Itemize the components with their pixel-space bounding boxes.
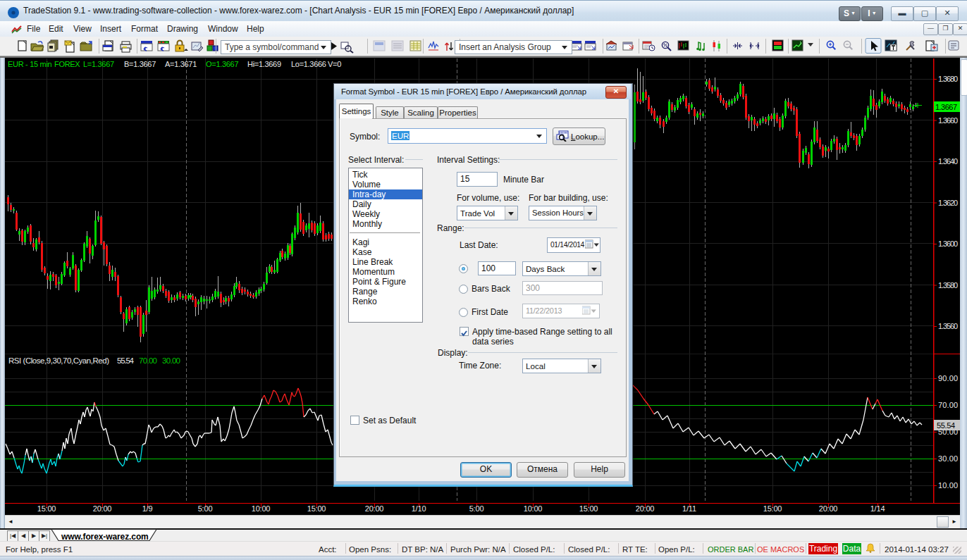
svg-text:RSI (Close,9,30,70,Cyan,Red): RSI (Close,9,30,70,Cyan,Red) [8, 356, 109, 365]
svg-text:1.3600: 1.3600 [938, 239, 958, 248]
svg-text:B=1.3667: B=1.3667 [124, 60, 156, 68]
svg-text:90.00: 90.00 [938, 374, 958, 382]
svg-text:Lo=1.3666: Lo=1.3666 [291, 60, 326, 68]
svg-text:10:00: 10:00 [524, 504, 543, 513]
svg-text:FOREX: FOREX [54, 60, 80, 68]
svg-text:5:00: 5:00 [469, 504, 484, 513]
svg-text:1.3667: 1.3667 [935, 103, 957, 111]
svg-text:70.00: 70.00 [139, 356, 157, 365]
svg-text:1.3620: 1.3620 [938, 199, 958, 207]
svg-text:1.3580: 1.3580 [938, 281, 958, 290]
svg-text:5:00: 5:00 [198, 504, 213, 513]
svg-text:1.3680: 1.3680 [938, 75, 958, 83]
svg-text:15:00: 15:00 [579, 504, 598, 513]
svg-text:1/9: 1/9 [142, 504, 153, 513]
svg-text:20:00: 20:00 [819, 504, 838, 513]
svg-text:20:00: 20:00 [636, 504, 655, 513]
svg-text:15:00: 15:00 [763, 504, 782, 513]
svg-text:EUR - 15 min: EUR - 15 min [8, 60, 52, 68]
svg-text:70.00: 70.00 [938, 401, 958, 409]
svg-text:20:00: 20:00 [365, 504, 384, 513]
svg-text:1.3660: 1.3660 [938, 116, 958, 125]
svg-text:1/10: 1/10 [412, 504, 426, 513]
svg-text:10.00: 10.00 [938, 481, 958, 490]
svg-text:A=1.3671: A=1.3671 [165, 60, 197, 68]
svg-text:30.00: 30.00 [938, 454, 958, 463]
svg-text:55.54: 55.54 [117, 356, 135, 365]
svg-text:V=0: V=0 [328, 60, 341, 68]
svg-text:Hi=1.3669: Hi=1.3669 [247, 60, 281, 68]
svg-text:O=1.3667: O=1.3667 [206, 60, 238, 68]
svg-text:30.00: 30.00 [162, 356, 180, 365]
svg-text:1.3640: 1.3640 [938, 157, 958, 166]
svg-text:1/11: 1/11 [682, 504, 696, 513]
svg-text:15:00: 15:00 [307, 504, 326, 513]
svg-text:15:00: 15:00 [37, 504, 56, 513]
svg-text:1/14: 1/14 [870, 504, 885, 513]
svg-text:L=1.3667: L=1.3667 [83, 60, 114, 68]
svg-text:55.54: 55.54 [937, 421, 955, 430]
svg-text:20:00: 20:00 [93, 504, 112, 513]
svg-text:1.3560: 1.3560 [938, 322, 958, 330]
svg-text:10:00: 10:00 [252, 504, 271, 513]
